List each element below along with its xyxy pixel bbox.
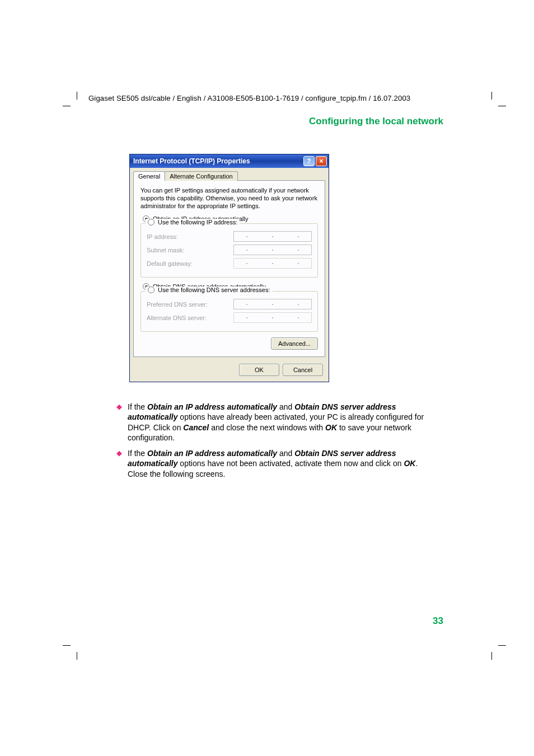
radio-use-following-dns[interactable]: Use the following DNS server addresses: xyxy=(146,287,273,293)
list-item: ◆ If the Obtain an IP address automatica… xyxy=(116,448,438,479)
tab-panel-general: You can get IP settings assigned automat… xyxy=(133,180,325,357)
instruction-list: ◆ If the Obtain an IP address automatica… xyxy=(116,402,438,484)
label-alternate-dns: Alternate DNS server: xyxy=(147,314,233,321)
row-preferred-dns: Preferred DNS server: xyxy=(147,299,312,309)
label-ip-address: IP address: xyxy=(147,233,233,240)
input-subnet-mask[interactable] xyxy=(233,245,312,255)
tcp-ip-properties-dialog: Internet Protocol (TCP/IP) Properties ? … xyxy=(129,154,329,382)
crop-mark xyxy=(63,106,71,106)
crop-mark xyxy=(491,652,492,660)
radio-label: Use the following DNS server addresses: xyxy=(158,287,270,293)
row-default-gateway: Default gateway: xyxy=(147,258,312,269)
radio-icon xyxy=(148,219,154,226)
row-ip-address: IP address: xyxy=(147,231,312,242)
titlebar-buttons: ? × xyxy=(303,156,327,166)
crop-mark xyxy=(491,92,492,100)
button-label: Cancel xyxy=(293,367,312,373)
dialog-button-row: OK Cancel xyxy=(130,359,329,382)
crop-mark xyxy=(77,92,77,100)
button-label: OK xyxy=(255,367,264,373)
button-label: Advanced... xyxy=(278,340,311,347)
list-text: If the Obtain an IP address automaticall… xyxy=(128,402,438,443)
row-alternate-dns: Alternate DNS server: xyxy=(147,312,312,323)
titlebar[interactable]: Internet Protocol (TCP/IP) Properties ? … xyxy=(130,154,329,168)
tab-alternate-configuration[interactable]: Alternate Configuration xyxy=(165,171,238,181)
intro-text: You can get IP settings assigned automat… xyxy=(140,186,318,210)
list-item: ◆ If the Obtain an IP address automatica… xyxy=(116,402,438,443)
tab-label: General xyxy=(138,173,160,180)
input-ip-address[interactable] xyxy=(233,231,312,242)
label-subnet-mask: Subnet mask: xyxy=(147,247,233,253)
ip-fieldset: Use the following IP address: IP address… xyxy=(140,223,318,278)
input-preferred-dns[interactable] xyxy=(233,299,312,309)
section-title: Configuring the local network xyxy=(309,116,443,127)
crop-mark xyxy=(498,106,506,106)
cancel-button[interactable]: Cancel xyxy=(283,364,323,376)
input-default-gateway[interactable] xyxy=(233,258,312,269)
crop-mark xyxy=(498,645,506,646)
tab-general[interactable]: General xyxy=(133,171,165,181)
advanced-row: Advanced... xyxy=(140,337,318,350)
advanced-button[interactable]: Advanced... xyxy=(271,337,318,350)
bullet-icon: ◆ xyxy=(116,448,122,479)
radio-icon xyxy=(148,287,154,293)
radio-label: Use the following IP address: xyxy=(158,219,237,226)
header-metadata: Gigaset SE505 dsl/cable / English / A310… xyxy=(88,94,410,102)
ok-button[interactable]: OK xyxy=(239,364,279,376)
dialog-title: Internet Protocol (TCP/IP) Properties xyxy=(133,157,303,165)
label-preferred-dns: Preferred DNS server: xyxy=(147,301,233,308)
label-default-gateway: Default gateway: xyxy=(147,260,233,267)
help-icon: ? xyxy=(307,157,311,165)
radio-use-following-ip[interactable]: Use the following IP address: xyxy=(146,219,240,226)
list-text: If the Obtain an IP address automaticall… xyxy=(128,448,438,479)
page-number: 33 xyxy=(433,616,443,627)
dns-fieldset: Use the following DNS server addresses: … xyxy=(140,291,318,332)
help-button[interactable]: ? xyxy=(303,156,315,166)
crop-mark xyxy=(77,652,77,660)
bullet-icon: ◆ xyxy=(116,402,122,443)
page: Gigaset SE505 dsl/cable / English / A310… xyxy=(0,0,534,756)
crop-mark xyxy=(63,645,71,646)
close-icon: × xyxy=(319,157,323,165)
input-alternate-dns[interactable] xyxy=(233,312,312,323)
tabstrip: General Alternate Configuration You can … xyxy=(130,168,329,357)
tab-label: Alternate Configuration xyxy=(170,173,233,180)
row-subnet-mask: Subnet mask: xyxy=(147,245,312,255)
close-button[interactable]: × xyxy=(316,156,327,166)
